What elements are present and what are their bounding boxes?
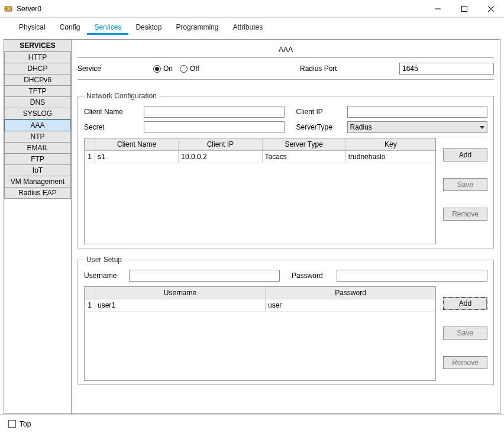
workarea: SERVICES HTTP DHCP DHCPv6 TFTP DNS SYSLO… [0, 35, 504, 414]
usersetup-col-username: Username [95, 287, 266, 299]
tab-desktop[interactable]: Desktop [128, 20, 169, 35]
usersetup-buttons: Add Save Remove [443, 286, 487, 381]
netcfg-col-clientname: Client Name [95, 138, 179, 150]
maximize-button[interactable] [451, 0, 477, 17]
top-checkbox[interactable] [8, 420, 16, 428]
secret-label: Secret [84, 123, 140, 131]
network-configuration-legend: Network Configuration [84, 92, 159, 100]
radio-on-icon [153, 65, 161, 73]
sidebar: SERVICES HTTP DHCP DHCPv6 TFTP DNS SYSLO… [4, 39, 72, 414]
close-button[interactable] [477, 0, 504, 17]
netcfg-col-key: Key [346, 138, 435, 150]
table-row[interactable]: 1 s1 10.0.0.2 Tacacs trudnehaslo [85, 151, 435, 163]
sidebar-item-http[interactable]: HTTP [4, 52, 71, 63]
tab-physical[interactable]: Physical [12, 20, 53, 35]
usersetup-save-button[interactable]: Save [443, 327, 487, 340]
page-title: AAA [77, 44, 494, 57]
sidebar-header: SERVICES [4, 40, 71, 52]
netcfg-row-num: 1 [85, 151, 95, 163]
radio-off-icon [180, 65, 188, 73]
password-input[interactable] [337, 270, 487, 282]
service-off-radio[interactable]: Off [180, 64, 199, 73]
usersetup-cell-password: user [266, 299, 435, 311]
sidebar-item-syslog[interactable]: SYSLOG [4, 108, 71, 119]
username-input[interactable] [129, 270, 280, 282]
svg-rect-3 [461, 6, 467, 11]
servertype-label: ServerType [296, 123, 344, 131]
usersetup-row-num: 1 [85, 299, 95, 311]
tab-config[interactable]: Config [53, 20, 88, 35]
netcfg-buttons: Add Save Remove [443, 138, 487, 244]
client-ip-input[interactable] [347, 106, 488, 118]
sidebar-item-dhcp[interactable]: DHCP [4, 63, 71, 75]
svg-rect-1 [6, 8, 7, 9]
svg-rect-0 [5, 7, 12, 11]
netcfg-add-button[interactable]: Add [443, 148, 487, 161]
sidebar-item-ntp[interactable]: NTP [4, 131, 71, 143]
sidebar-item-tftp[interactable]: TFTP [4, 86, 71, 97]
titlebar: Server0 [0, 0, 504, 18]
netcfg-save-button[interactable]: Save [443, 178, 487, 191]
netcfg-col-rownum [85, 138, 95, 150]
divider [77, 57, 494, 58]
netcfg-row-1: Client Name Client IP [84, 106, 487, 118]
usersetup-add-button[interactable]: Add [443, 297, 487, 310]
service-on-radio[interactable]: On [153, 64, 173, 73]
sidebar-item-vm-management[interactable]: VM Management [4, 176, 71, 188]
client-name-label: Client Name [84, 108, 140, 116]
divider2 [77, 79, 494, 80]
sidebar-item-email[interactable]: EMAIL [4, 143, 71, 154]
servertype-value: Radius [350, 123, 372, 131]
tab-attributes[interactable]: Attributes [225, 20, 270, 35]
netcfg-remove-button[interactable]: Remove [443, 208, 487, 221]
usersetup-table[interactable]: Username Password 1 user1 user [84, 286, 436, 381]
sidebar-item-aaa[interactable]: AAA [4, 119, 71, 131]
main-tabs: Physical Config Services Desktop Program… [0, 18, 504, 35]
netcfg-table-body: 1 s1 10.0.0.2 Tacacs trudnehaslo [85, 151, 435, 244]
radius-port-label: Radius Port [300, 64, 395, 73]
netcfg-col-servertype: Server Type [263, 138, 346, 150]
usersetup-cell-username: user1 [95, 299, 266, 311]
service-row: Service On Off Radius Port [77, 63, 494, 75]
usersetup-grid-wrap: Username Password 1 user1 user Add Save [84, 286, 487, 381]
sidebar-item-iot[interactable]: IoT [4, 165, 71, 176]
sidebar-item-dhcpv6[interactable]: DHCPv6 [4, 75, 71, 86]
sidebar-item-radius-eap[interactable]: Radius EAP [4, 188, 71, 199]
app-icon [4, 4, 13, 14]
usersetup-table-head: Username Password [85, 287, 435, 299]
secret-input[interactable] [144, 121, 285, 133]
password-label: Password [292, 272, 333, 280]
usersetup-col-password: Password [266, 287, 435, 299]
radio-on-label: On [163, 64, 173, 73]
minimize-button[interactable] [424, 0, 451, 17]
service-radio-group: On Off [153, 64, 260, 73]
chevron-down-icon [480, 126, 484, 129]
content: AAA Service On Off Radius Port Network C… [72, 39, 500, 414]
netcfg-cell-clientname: s1 [95, 151, 179, 163]
table-row[interactable]: 1 user1 user [85, 299, 435, 312]
user-setup-legend: User Setup [84, 256, 124, 264]
user-setup-group: User Setup Username Password Username Pa… [77, 256, 494, 385]
username-label: Username [84, 272, 125, 280]
netcfg-table[interactable]: Client Name Client IP Server Type Key 1 … [84, 138, 436, 244]
tab-services[interactable]: Services [87, 20, 128, 35]
netcfg-table-head: Client Name Client IP Server Type Key [85, 138, 435, 151]
netcfg-cell-servertype: Tacacs [263, 151, 346, 163]
top-checkbox-label: Top [20, 420, 31, 428]
netcfg-row-2: Secret ServerType Radius [84, 121, 487, 133]
usersetup-row-1: Username Password [84, 270, 487, 282]
tab-programming[interactable]: Programming [169, 20, 225, 35]
client-name-input[interactable] [144, 106, 285, 118]
usersetup-col-rownum [85, 287, 95, 299]
sidebar-item-ftp[interactable]: FTP [4, 154, 71, 165]
netcfg-grid-wrap: Client Name Client IP Server Type Key 1 … [84, 138, 487, 244]
servertype-select[interactable]: Radius [347, 121, 488, 133]
window-title: Server0 [17, 5, 41, 13]
client-ip-label: Client IP [296, 108, 344, 116]
netcfg-cell-clientip: 10.0.0.2 [179, 151, 262, 163]
usersetup-remove-button[interactable]: Remove [443, 356, 487, 369]
usersetup-table-body: 1 user1 user [85, 299, 435, 380]
radius-port-input[interactable] [399, 63, 494, 75]
sidebar-item-dns[interactable]: DNS [4, 97, 71, 108]
sidebar-filler [4, 199, 71, 413]
